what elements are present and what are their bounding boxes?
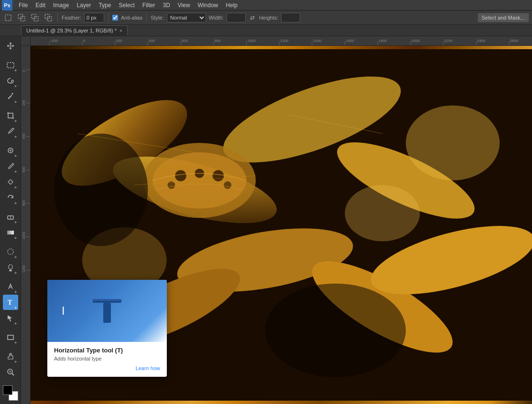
- svg-text:1200: 1200: [280, 39, 289, 43]
- svg-point-90: [213, 170, 224, 181]
- crop-tool-btn[interactable]: ▶: [3, 108, 18, 123]
- healing-brush-btn[interactable]: ▶: [3, 143, 18, 158]
- svg-text:600: 600: [22, 167, 25, 172]
- svg-point-85: [364, 212, 532, 308]
- svg-line-12: [8, 132, 10, 134]
- svg-point-20: [9, 265, 12, 269]
- tab-title: Untitled-1 @ 29.3% (Layer 1, RGB/8) *: [26, 28, 117, 33]
- ruler-corner: [21, 36, 31, 46]
- history-brush-btn[interactable]: ▶: [3, 190, 18, 205]
- svg-rect-102: [103, 303, 111, 323]
- new-selection-btn[interactable]: [3, 12, 13, 23]
- rectangle-marquee-btn[interactable]: ▶: [3, 57, 18, 73]
- svg-point-76: [49, 84, 199, 202]
- svg-point-88: [175, 170, 186, 181]
- gradient-btn[interactable]: ▶: [3, 225, 18, 240]
- svg-text:1200: 1200: [22, 265, 25, 273]
- blur-btn[interactable]: ▶: [3, 244, 18, 259]
- tooltip-description: Adds horizontal type: [54, 356, 160, 361]
- app-logo: Ps: [2, 0, 12, 11]
- shape-btn[interactable]: ▶: [3, 330, 18, 345]
- add-selection-btn[interactable]: +: [16, 12, 27, 23]
- svg-rect-103: [93, 299, 121, 301]
- tab-close-btn[interactable]: ×: [119, 28, 122, 33]
- select-and-mask-btn[interactable]: Select and Mask...: [478, 13, 530, 22]
- width-label: Width:: [209, 15, 224, 21]
- menu-3d[interactable]: 3D: [159, 1, 173, 10]
- svg-text:0: 0: [83, 39, 86, 43]
- svg-text:600: 600: [182, 39, 188, 43]
- intersect-selection-btn[interactable]: [43, 12, 54, 23]
- options-bar: + Feather: Anti-alias Style: Normal Fixe…: [0, 11, 532, 25]
- menu-file[interactable]: File: [15, 1, 31, 10]
- tooltip-popup: I Horizontal Type tool (T) Adds horizont…: [47, 280, 167, 377]
- svg-text:2200: 2200: [444, 39, 453, 43]
- svg-point-77: [49, 84, 199, 202]
- move-tool-btn[interactable]: [3, 38, 18, 53]
- menu-view[interactable]: View: [174, 1, 194, 10]
- svg-point-87: [152, 152, 246, 209]
- svg-text:1000: 1000: [22, 232, 25, 239]
- svg-point-19: [8, 249, 13, 255]
- svg-text:+: +: [22, 14, 24, 17]
- antialias-checkbox[interactable]: [112, 15, 118, 21]
- svg-text:1000: 1000: [247, 39, 256, 43]
- feather-input[interactable]: [84, 13, 104, 22]
- eyedropper-btn[interactable]: ▶: [3, 124, 18, 139]
- menu-help[interactable]: Help: [222, 1, 241, 10]
- menu-bar: Ps File Edit Image Layer Type Select Fil…: [0, 0, 532, 11]
- svg-line-100: [289, 115, 382, 133]
- svg-point-97: [265, 284, 406, 377]
- path-select-btn[interactable]: ▶: [3, 310, 18, 326]
- type-tool-btn[interactable]: T ▶: [3, 295, 18, 310]
- svg-rect-0: [5, 15, 11, 21]
- svg-rect-8: [7, 63, 14, 68]
- menu-filter[interactable]: Filter: [139, 1, 159, 10]
- svg-text:T: T: [8, 299, 12, 306]
- ruler-left: 0 200 400 600 800 1000 1200: [21, 46, 31, 404]
- menu-select[interactable]: Select: [115, 1, 138, 10]
- svg-text:2600: 2600: [510, 39, 519, 43]
- color-swatches[interactable]: [3, 385, 18, 401]
- svg-point-79: [107, 143, 283, 237]
- lasso-tool-btn[interactable]: ▶: [3, 73, 18, 88]
- svg-text:400: 400: [22, 133, 25, 139]
- width-input[interactable]: [227, 13, 246, 22]
- svg-point-92: [224, 181, 231, 189]
- menu-window[interactable]: Window: [195, 1, 222, 10]
- canvas-area: -200 0 200 400 600 800 1000 1200 1400 16…: [21, 36, 532, 404]
- menu-image[interactable]: Image: [50, 1, 72, 10]
- svg-text:400: 400: [149, 39, 155, 43]
- subtract-selection-btn[interactable]: [30, 12, 40, 23]
- svg-point-78: [107, 143, 283, 237]
- menu-type[interactable]: Type: [95, 1, 114, 10]
- brush-tool-btn[interactable]: ▶: [3, 159, 18, 174]
- dodge-btn[interactable]: ▶: [3, 260, 18, 275]
- magic-wand-btn[interactable]: ▶: [3, 89, 18, 104]
- tooltip-learn-link[interactable]: Learn how: [54, 365, 160, 371]
- clone-stamp-btn[interactable]: ▶: [3, 174, 18, 190]
- svg-text:2000: 2000: [412, 39, 420, 43]
- menu-layer[interactable]: Layer: [73, 1, 94, 10]
- zoom-btn[interactable]: [3, 364, 18, 380]
- svg-text:200: 200: [22, 100, 25, 106]
- eraser-btn[interactable]: ▶: [3, 209, 18, 224]
- svg-point-11: [11, 93, 13, 95]
- svg-text:800: 800: [215, 39, 221, 43]
- svg-text:200: 200: [116, 39, 123, 43]
- style-select[interactable]: Normal Fixed Ratio Fixed Size: [167, 13, 206, 22]
- svg-text:2400: 2400: [477, 39, 486, 43]
- menu-edit[interactable]: Edit: [32, 1, 49, 10]
- tooltip-text-area: Horizontal Type tool (T) Adds horizontal…: [47, 342, 167, 377]
- height-input[interactable]: [281, 13, 300, 22]
- document-tab[interactable]: Untitled-1 @ 29.3% (Layer 1, RGB/8) * ×: [21, 25, 128, 36]
- hand-btn[interactable]: ▶: [3, 349, 18, 364]
- foreground-color-swatch[interactable]: [3, 385, 12, 395]
- svg-point-93: [406, 106, 499, 181]
- pen-btn[interactable]: ▶: [3, 279, 18, 294]
- separator-2: [108, 13, 109, 22]
- separator-3: [146, 13, 147, 22]
- svg-text:0: 0: [22, 70, 25, 72]
- tooltip-cursor-icon: I: [62, 304, 65, 318]
- swap-wh-icon[interactable]: ⇄: [249, 14, 256, 21]
